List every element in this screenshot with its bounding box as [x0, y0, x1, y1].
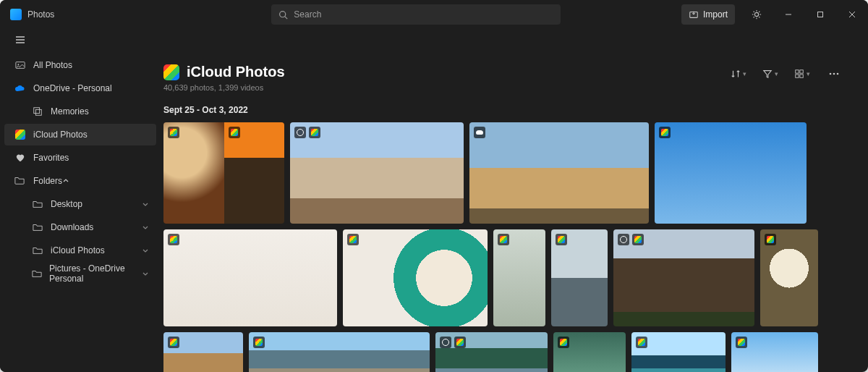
menu-icon [15, 35, 25, 44]
sort-button[interactable]: ▾ [725, 64, 752, 84]
view-button[interactable]: ▾ [788, 64, 816, 84]
nav-label: Pictures - OneDrive Personal [49, 263, 142, 284]
page-header: iCloud Photos 40,639 photos, 1,399 video… [161, 64, 848, 92]
grid-row [163, 229, 848, 326]
nav-onedrive[interactable]: OneDrive - Personal [4, 77, 156, 99]
icloud-badge-icon [659, 127, 671, 138]
photo-thumb[interactable] [760, 229, 818, 326]
hamburger-button[interactable] [10, 30, 30, 50]
hamburger-row [0, 29, 868, 51]
photo-thumb[interactable] [613, 229, 754, 326]
live-badge-icon [168, 127, 179, 138]
nav-memories[interactable]: Memories [4, 101, 156, 122]
search-icon [278, 10, 288, 20]
grid-icon [794, 69, 804, 79]
svg-rect-16 [800, 70, 803, 73]
filter-icon [762, 69, 773, 79]
nav-label: Desktop [51, 199, 82, 209]
import-button[interactable]: Import [681, 4, 735, 25]
icloud-badge-icon [736, 337, 747, 348]
icloud-logo-icon [163, 64, 179, 80]
chevron-down-icon [142, 247, 149, 254]
icloud-badge-icon [765, 234, 776, 245]
maximize-icon [817, 11, 824, 18]
nav-folder-icloud-photos[interactable]: iCloud Photos [4, 240, 156, 261]
icloud-badge-icon [168, 234, 179, 245]
photo-thumb[interactable] [493, 229, 545, 326]
main-content: iCloud Photos 40,639 photos, 1,399 video… [161, 51, 868, 372]
photo-thumb[interactable] [631, 332, 726, 372]
grid-row [163, 122, 848, 224]
nav-folder-pictures-onedrive[interactable]: Pictures - OneDrive Personal [4, 263, 156, 284]
photo-thumb[interactable] [551, 229, 608, 326]
search-input[interactable]: Search [271, 4, 561, 25]
svg-point-0 [280, 11, 286, 17]
icloud-badge-icon [454, 337, 466, 348]
nav-label: OneDrive - Personal [33, 83, 112, 93]
chevron-down-icon [142, 270, 149, 277]
nav-label: All Photos [33, 60, 72, 70]
settings-button[interactable] [741, 0, 773, 29]
close-button[interactable] [836, 0, 868, 29]
chevron-down-icon: ▾ [775, 70, 778, 77]
photo-thumb[interactable] [655, 122, 807, 224]
import-icon [689, 9, 699, 20]
close-icon [848, 11, 856, 18]
nav-label: iCloud Photos [33, 130, 88, 140]
minimize-button[interactable] [773, 0, 804, 29]
page-toolbar: ▾ ▾ ▾ [725, 64, 848, 84]
more-button[interactable] [820, 64, 848, 84]
photo-thumb[interactable] [249, 332, 430, 372]
icloud-badge-icon [253, 337, 265, 348]
chevron-down-icon [142, 224, 149, 231]
svg-point-20 [833, 73, 835, 75]
date-group-label: Sept 25 - Oct 3, 2022 [163, 105, 848, 115]
live-badge-icon [618, 234, 629, 245]
app-body: All Photos OneDrive - Personal Memories … [0, 51, 868, 372]
maximize-button[interactable] [804, 0, 836, 29]
photo-thumb[interactable] [343, 229, 488, 326]
photo-thumb[interactable] [553, 332, 626, 372]
nav-folder-downloads[interactable]: Downloads [4, 216, 156, 238]
sidebar: All Photos OneDrive - Personal Memories … [0, 51, 161, 372]
cloud-badge-icon [474, 127, 485, 138]
photo-thumb[interactable] [290, 122, 464, 224]
nav-label: Memories [51, 106, 89, 117]
icloud-badge-icon [498, 234, 509, 245]
grid-row [163, 332, 848, 372]
svg-rect-15 [796, 70, 799, 73]
photo-thumb[interactable] [731, 332, 818, 372]
search-placeholder: Search [294, 9, 321, 20]
folder-icon [32, 245, 43, 256]
nav-folder-desktop[interactable]: Desktop [4, 193, 156, 215]
page-title: iCloud Photos [187, 64, 285, 80]
nav-all-photos[interactable]: All Photos [4, 54, 156, 76]
chevron-down-icon: ▾ [807, 70, 810, 77]
nav-folders-header[interactable]: Folders [4, 170, 156, 192]
folder-icon [32, 198, 43, 210]
icloud-badge-icon [556, 234, 567, 245]
filter-button[interactable]: ▾ [757, 64, 784, 84]
photo-thumb[interactable] [163, 229, 337, 326]
nav-icloud-photos[interactable]: iCloud Photos [4, 124, 156, 145]
photo-thumb[interactable] [435, 332, 548, 372]
svg-rect-5 [818, 12, 823, 17]
minimize-icon [785, 11, 792, 18]
live-badge-icon [229, 127, 240, 138]
photo-thumb[interactable] [163, 122, 284, 224]
svg-rect-13 [34, 108, 40, 114]
nav-favorites[interactable]: Favorites [4, 147, 156, 169]
photo-thumb[interactable] [163, 332, 243, 372]
icloud-badge-icon [347, 234, 359, 245]
photo-thumb[interactable] [469, 122, 649, 224]
live-badge-icon [440, 337, 451, 348]
folder-icon [32, 221, 43, 233]
sort-icon [731, 69, 741, 79]
nav-label: iCloud Photos [51, 245, 105, 255]
heart-icon [14, 152, 26, 164]
app-window: Photos Search Import [0, 0, 868, 372]
nav-label: Downloads [51, 222, 93, 232]
page-subtitle: 40,639 photos, 1,399 videos [163, 83, 285, 92]
chevron-down-icon [142, 200, 149, 208]
app-icon [10, 9, 22, 20]
